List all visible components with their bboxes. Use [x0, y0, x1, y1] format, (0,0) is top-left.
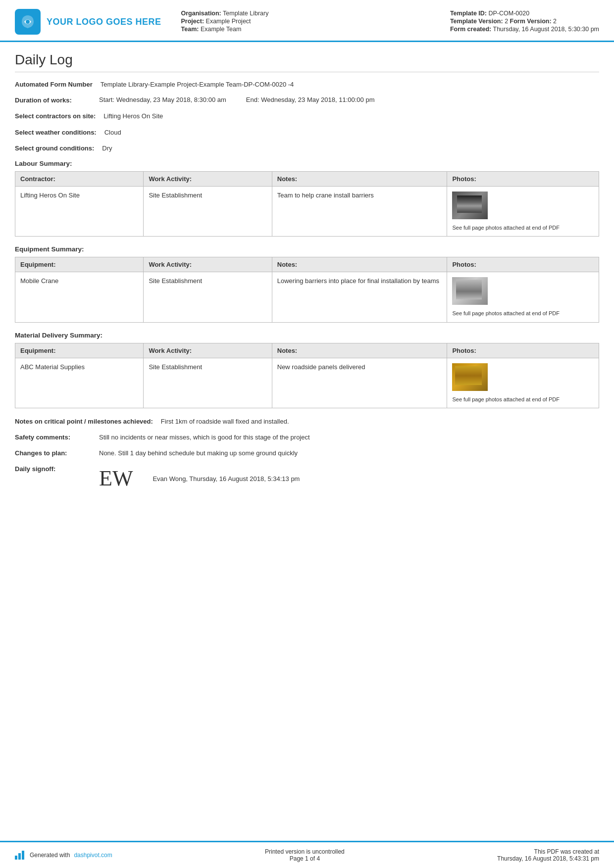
labour-photos: See full page photos attached at end of …	[447, 186, 599, 236]
org-label: Organisation:	[181, 10, 221, 17]
field-label-ground: Select ground conditions:	[15, 144, 102, 153]
table-row: Mobile Crane Site Establishment Lowering…	[15, 272, 599, 322]
template-id-row: Template ID: DP-COM-0020	[450, 10, 599, 17]
header: YOUR LOGO GOES HERE Organisation: Templa…	[0, 0, 614, 42]
th-contractor: Contractor:	[15, 171, 144, 186]
table-row: Lifting Heros On Site Site Establishment…	[15, 186, 599, 236]
header-right: Template ID: DP-COM-0020 Template Versio…	[450, 9, 599, 35]
footer-right: This PDF was created at Thursday, 16 Aug…	[497, 848, 599, 862]
field-automated-form-number: Automated Form Number Template Library-E…	[15, 80, 599, 89]
signature: EW	[99, 467, 133, 490]
main-content: Daily Log Automated Form Number Template…	[0, 42, 614, 841]
field-value-contractors: Lifting Heros On Site	[103, 112, 599, 121]
dashpivot-link[interactable]: dashpivot.com	[74, 852, 112, 859]
org-value: Template Library	[223, 10, 268, 17]
equipment-photo-thumb	[452, 277, 488, 305]
material-equipment: ABC Material Supplies	[15, 358, 144, 408]
field-value-weather: Cloud	[104, 128, 599, 137]
material-summary-table: Equipment: Work Activity: Notes: Photos:…	[15, 343, 599, 408]
field-value-signoff: EW Evan Wong, Thursday, 16 August 2018, …	[99, 465, 599, 490]
field-value-notes: First 1km of roadside wall fixed and ins…	[161, 417, 599, 426]
field-label-changes: Changes to plan:	[15, 449, 99, 458]
dashpivot-icon	[15, 851, 26, 860]
form-version-value: 2	[553, 18, 557, 25]
th-activity-labour: Work Activity:	[144, 171, 272, 186]
th-notes-material: Notes:	[272, 343, 447, 358]
bar2	[18, 853, 21, 860]
page-text: Page 1 of 4	[265, 855, 345, 862]
org-row: Organisation: Template Library	[181, 10, 440, 17]
team-row: Team: Example Team	[181, 26, 440, 33]
pdf-created-text: This PDF was created at	[497, 848, 599, 855]
pdf-created-date: Thursday, 16 August 2018, 5:43:31 pm	[497, 855, 599, 862]
form-created-row: Form created: Thursday, 16 August 2018, …	[450, 26, 599, 33]
material-photos: See full page photos attached at end of …	[447, 358, 599, 408]
team-value: Example Team	[201, 26, 241, 33]
duration-start: Start: Wednesday, 23 May 2018, 8:30:00 a…	[99, 96, 226, 103]
field-label-safety: Safety comments:	[15, 433, 99, 442]
material-photo-caption: See full page photos attached at end of …	[452, 396, 559, 402]
form-created-label: Form created:	[450, 26, 491, 33]
form-created-value: Thursday, 16 August 2018, 5:30:30 pm	[493, 26, 600, 33]
field-value-ground: Dry	[102, 144, 599, 153]
field-contractors: Select contractors on site: Lifting Hero…	[15, 112, 599, 121]
equipment-photos: See full page photos attached at end of …	[447, 272, 599, 322]
signoff-value-container: EW Evan Wong, Thursday, 16 August 2018, …	[99, 465, 599, 490]
field-changes: Changes to plan: None. Still 1 day behin…	[15, 449, 599, 458]
material-notes: New roadside panels delivered	[272, 358, 447, 408]
signoff-info: Evan Wong, Thursday, 16 August 2018, 5:3…	[153, 465, 300, 483]
template-id-value: DP-COM-0020	[488, 10, 529, 17]
field-value-duration: Start: Wednesday, 23 May 2018, 8:30:00 a…	[99, 96, 599, 103]
labour-header-row: Contractor: Work Activity: Notes: Photos…	[15, 171, 599, 186]
th-notes-equipment: Notes:	[272, 257, 447, 272]
table-row: ABC Material Supplies Site Establishment…	[15, 358, 599, 408]
equipment-notes: Lowering barriers into place for final i…	[272, 272, 447, 322]
material-header-row: Equipment: Work Activity: Notes: Photos:	[15, 343, 599, 358]
field-safety: Safety comments: Still no incidents or n…	[15, 433, 599, 442]
labour-activity: Site Establishment	[144, 186, 272, 236]
th-photos-equipment: Photos:	[447, 257, 599, 272]
th-material-equipment: Equipment:	[15, 343, 144, 358]
project-row: Project: Example Project	[181, 18, 440, 25]
labour-photo-thumb	[452, 192, 488, 219]
field-label-duration: Duration of works:	[15, 96, 99, 105]
equipment-activity: Site Establishment	[144, 272, 272, 322]
field-label-contractors: Select contractors on site:	[15, 112, 103, 121]
field-duration: Duration of works: Start: Wednesday, 23 …	[15, 96, 599, 105]
field-label-notes: Notes on critical point / milestones ach…	[15, 417, 161, 426]
labour-contractor: Lifting Heros On Site	[15, 186, 144, 236]
template-version-value: 2	[505, 18, 508, 25]
equipment-summary-title: Equipment Summary:	[15, 245, 599, 253]
page-footer: Generated with dashpivot.com Printed ver…	[0, 841, 614, 868]
logo-icon	[15, 9, 41, 35]
field-value-changes: None. Still 1 day behind schedule but ma…	[99, 449, 599, 458]
field-label-signoff: Daily signoff:	[15, 465, 99, 474]
project-value: Example Project	[206, 18, 251, 25]
template-version-label: Template Version:	[450, 18, 503, 25]
svg-point-0	[26, 20, 30, 24]
field-label-weather: Select weather conditions:	[15, 128, 104, 137]
uncontrolled-text: Printed version is uncontrolled	[265, 848, 345, 855]
field-weather: Select weather conditions: Cloud	[15, 128, 599, 137]
labour-notes: Team to help crane install barriers	[272, 186, 447, 236]
logo-text: YOUR LOGO GOES HERE	[47, 17, 161, 27]
material-activity: Site Establishment	[144, 358, 272, 408]
field-value-safety: Still no incidents or near misses, which…	[99, 433, 599, 442]
field-signoff: Daily signoff: EW Evan Wong, Thursday, 1…	[15, 465, 599, 490]
th-notes-labour: Notes:	[272, 171, 447, 186]
th-photos-material: Photos:	[447, 343, 599, 358]
project-label: Project:	[181, 18, 205, 25]
th-equipment: Equipment:	[15, 257, 144, 272]
equipment-header-row: Equipment: Work Activity: Notes: Photos:	[15, 257, 599, 272]
template-id-label: Template ID:	[450, 10, 487, 17]
equipment-name: Mobile Crane	[15, 272, 144, 322]
duration-end: End: Wednesday, 23 May 2018, 11:00:00 pm	[246, 96, 375, 103]
header-meta: Organisation: Template Library Project: …	[171, 9, 440, 35]
th-activity-material: Work Activity:	[144, 343, 272, 358]
template-version-row: Template Version: 2 Form Version: 2	[450, 18, 599, 25]
form-title: Daily Log	[15, 52, 599, 72]
generated-text: Generated with	[30, 852, 70, 859]
bar1	[15, 856, 17, 860]
th-photos-labour: Photos:	[447, 171, 599, 186]
material-summary-title: Material Delivery Summary:	[15, 332, 599, 339]
